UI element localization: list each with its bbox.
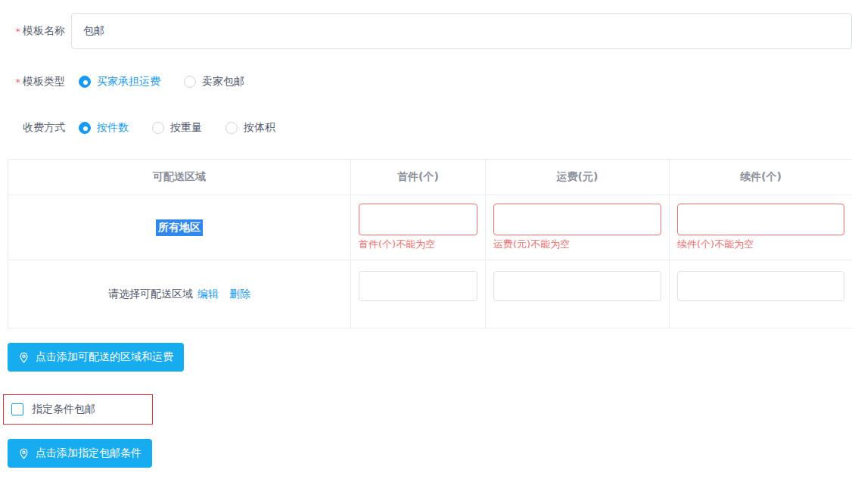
template-type-row: *模板类型 买家承担运费 卖家包邮 [8, 72, 244, 92]
additional-piece-error: 续件(个)不能为空 [677, 238, 844, 250]
radio-by-piece[interactable]: 按件数 [79, 121, 129, 135]
first-piece-input[interactable] [359, 204, 477, 235]
radio-buyer-pays-shipping[interactable]: 买家承担运费 [79, 75, 160, 89]
location-pin-icon [18, 448, 30, 459]
radio-option-label: 按件数 [97, 121, 129, 135]
additional-piece-input[interactable] [677, 271, 844, 301]
required-asterisk: * [16, 26, 21, 37]
header-shipping-fee: 运费(元) [486, 160, 670, 195]
required-asterisk: * [16, 76, 21, 88]
additional-piece-cell: 续件(个)不能为空 [670, 195, 852, 260]
header-additional-piece: 续件(个) [670, 160, 852, 195]
additional-piece-input[interactable] [677, 204, 844, 235]
radio-seller-free-shipping[interactable]: 卖家包邮 [184, 75, 244, 89]
add-free-shipping-condition-label: 点击添加指定包邮条件 [36, 446, 141, 460]
add-delivery-area-label: 点击添加可配送的区域和运费 [36, 350, 173, 364]
radio-by-weight[interactable]: 按重量 [152, 121, 202, 135]
template-name-row: *模板名称 [8, 13, 852, 49]
radio-option-label: 按重量 [170, 121, 202, 135]
shipping-fee-table: 可配送区域 首件(个) 运费(元) 续件(个) 所有地区 首件(个)不能为空 运… [8, 159, 852, 328]
area-cell-select-region: 请选择可配送区域编辑删除 [8, 260, 351, 328]
radio-unselected-icon [152, 122, 164, 134]
location-pin-icon [18, 352, 30, 363]
shipping-fee-cell: 运费(元)不能为空 [486, 195, 670, 260]
radio-option-label: 按体积 [244, 121, 275, 135]
radio-by-volume[interactable]: 按体积 [225, 121, 275, 135]
table-row: 所有地区 首件(个)不能为空 运费(元)不能为空 续件(个)不能为空 [8, 195, 852, 260]
template-name-input[interactable] [71, 13, 852, 49]
table-header-row: 可配送区域 首件(个) 运费(元) 续件(个) [8, 160, 852, 195]
shipping-fee-input[interactable] [493, 204, 661, 235]
shipping-fee-input[interactable] [493, 271, 661, 301]
radio-unselected-icon [184, 76, 196, 88]
shipping-fee-error: 运费(元)不能为空 [493, 238, 661, 250]
first-piece-input[interactable] [359, 271, 477, 301]
conditional-free-shipping-box: 指定条件包邮 [3, 394, 153, 425]
charge-method-label: 收费方式 [8, 121, 65, 135]
conditional-free-shipping-checkbox[interactable] [11, 403, 23, 415]
template-type-label: *模板类型 [8, 75, 65, 89]
conditional-free-shipping-label: 指定条件包邮 [32, 403, 95, 416]
template-name-label: *模板名称 [8, 24, 65, 38]
radio-unselected-icon [225, 122, 238, 134]
shipping-fee-cell [486, 260, 670, 328]
edit-link[interactable]: 编辑 [197, 288, 219, 300]
shipping-template-form: *模板名称 *模板类型 买家承担运费 卖家包邮 收费方式 按件数 按重量 按体积 [0, 0, 852, 504]
add-delivery-area-button[interactable]: 点击添加可配送的区域和运费 [8, 343, 184, 372]
radio-selected-icon [79, 122, 91, 134]
select-region-text: 请选择可配送区域 [108, 288, 193, 300]
delete-link[interactable]: 删除 [229, 288, 250, 300]
header-deliverable-area: 可配送区域 [8, 160, 351, 195]
radio-selected-icon [79, 76, 91, 88]
first-piece-cell: 首件(个)不能为空 [351, 195, 486, 260]
first-piece-cell [351, 260, 486, 328]
first-piece-error: 首件(个)不能为空 [359, 238, 477, 250]
add-free-shipping-condition-button[interactable]: 点击添加指定包邮条件 [8, 439, 152, 468]
header-first-piece: 首件(个) [351, 160, 486, 195]
area-cell-all-regions: 所有地区 [8, 195, 351, 260]
table-row: 请选择可配送区域编辑删除 [8, 260, 852, 328]
all-regions-link[interactable]: 所有地区 [156, 219, 203, 236]
radio-option-label: 买家承担运费 [97, 75, 160, 89]
charge-method-row: 收费方式 按件数 按重量 按体积 [8, 118, 275, 138]
radio-option-label: 卖家包邮 [202, 75, 244, 89]
additional-piece-cell [670, 260, 852, 328]
